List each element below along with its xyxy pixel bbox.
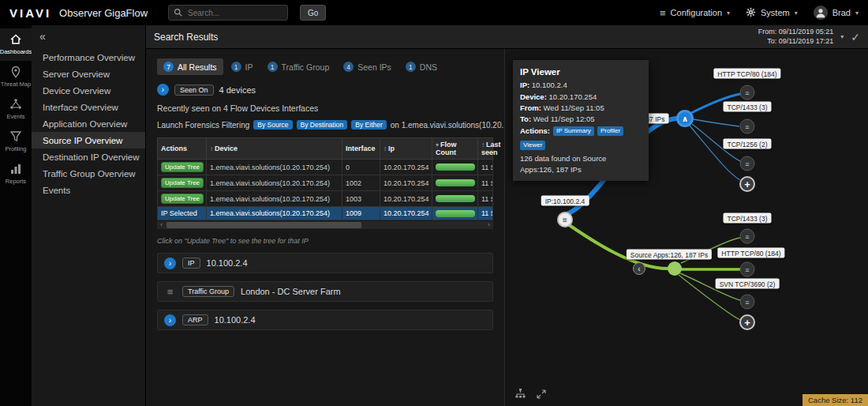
root-node-icon[interactable]: ≡ xyxy=(557,212,573,227)
source-apps-label[interactable]: Source Apps:126, 187 IPs xyxy=(627,250,712,260)
by-source-button[interactable]: By Source xyxy=(253,120,292,130)
actions-label: Actions: xyxy=(520,126,550,137)
ip-viewer-title: IP Viewer xyxy=(520,66,642,79)
tab-traffic-group[interactable]: 1 Traffic Group xyxy=(261,58,336,75)
rail-item-threat-map[interactable]: Threat Map xyxy=(0,61,32,93)
sidebar-item-server-overview[interactable]: Server Overview xyxy=(32,66,145,82)
root-node-label[interactable]: IP:10.100.2.4 xyxy=(541,196,589,206)
rail-item-events[interactable]: Events xyxy=(0,93,32,126)
user-menu[interactable]: Brad ▾ xyxy=(814,6,859,20)
ip-summary-button[interactable]: IP Summary xyxy=(553,126,594,136)
cell-ip: 10.20.170.254 xyxy=(380,160,432,175)
time-range-selector[interactable]: From: 09/11/2019 05:21 To: 09/11/2019 17… xyxy=(758,28,833,46)
col-actions[interactable]: Actions xyxy=(158,138,207,160)
app-node-icon[interactable]: ≡ xyxy=(740,85,755,100)
cell-device: 1.emea.viavi.solutions(10.20.170.254) xyxy=(207,207,342,220)
sidebar-item-application-overview[interactable]: Application Overview xyxy=(32,115,145,132)
sidebar-item-interface-overview[interactable]: Interface Overview xyxy=(32,99,145,115)
sidebar-collapse-button[interactable]: « xyxy=(32,25,145,49)
source-apps-hub-icon[interactable] xyxy=(668,261,682,276)
cell-interface: 1003 xyxy=(342,191,380,207)
app-node-icon[interactable]: ≡ xyxy=(740,229,755,244)
result-item-arp[interactable]: › ARP 10.100.2.4 xyxy=(157,310,493,330)
sidebar-item-traffic-group-overview[interactable]: Traffic Group Overview xyxy=(32,165,145,182)
col-interface[interactable]: Interface xyxy=(342,138,380,160)
col-flow-count[interactable]: ▾Flow Count xyxy=(432,138,478,160)
seen-on-badge: Seen On xyxy=(174,85,214,96)
app-title: Observer GigaFlow xyxy=(59,7,148,19)
table-row[interactable]: Update Tree 1.emea.viavi.solutions(10.20… xyxy=(158,191,493,207)
rail-item-dashboards[interactable]: Dashboards xyxy=(0,28,32,61)
flow-count-bar xyxy=(436,164,475,171)
sidebar-item-destination-ip-overview[interactable]: Destination IP Overview xyxy=(32,148,145,165)
cell-device: 1.emea.viavi.solutions(10.20.170.254) xyxy=(207,191,342,207)
by-either-button[interactable]: By Either xyxy=(351,120,387,130)
source-leaf-label[interactable]: TCP/1433 (3) xyxy=(723,213,771,224)
tab-ip[interactable]: 1 IP xyxy=(225,58,260,75)
by-destination-button[interactable]: By Destination xyxy=(297,120,348,130)
viavi-logo: VIAVI xyxy=(9,6,51,20)
tab-dns[interactable]: 1 DNS xyxy=(399,58,443,75)
flow-count-bar xyxy=(436,179,475,186)
node-glyph: ≡ xyxy=(745,298,749,306)
apply-check-icon[interactable]: ✓ xyxy=(851,31,860,43)
rail-item-profiling[interactable]: Profiling xyxy=(0,126,32,158)
node-glyph: ≡ xyxy=(745,232,749,240)
table-row[interactable]: Update Tree 1.emea.viavi.solutions(10.20… xyxy=(158,175,493,191)
rail-label: Dashboards xyxy=(0,48,32,55)
profiler-button[interactable]: Profiler xyxy=(597,126,623,136)
update-tree-button[interactable]: Update Tree xyxy=(161,162,204,172)
table-row-selected[interactable]: IP Selected 1.emea.viavi.solutions(10.20… xyxy=(158,207,493,220)
table-row[interactable]: Update Tree 1.emea.viavi.solutions(10.20… xyxy=(158,160,493,175)
source-leaf-label[interactable]: SVN TCP/3690 (2) xyxy=(716,279,780,289)
app-node-icon[interactable]: ≡ xyxy=(740,119,755,134)
collapse-branch-icon[interactable]: ‹ xyxy=(633,262,645,275)
dest-leaf-label[interactable]: HTTP TCP/80 (184) xyxy=(713,69,780,79)
scrollbar-thumb[interactable] xyxy=(166,222,361,228)
configuration-menu[interactable]: ≡ Configuration ▾ xyxy=(660,7,730,19)
sidebar-item-source-ip-overview[interactable]: Source IP Overview xyxy=(32,132,145,148)
sort-icon: ↕ xyxy=(383,145,387,152)
dest-apps-hub-icon[interactable]: ∧ xyxy=(676,110,694,127)
expand-more-source-icon[interactable]: + xyxy=(739,314,755,330)
cell-actions: Update Tree xyxy=(158,191,207,207)
sidebar-item-performance-overview[interactable]: Performance Overview xyxy=(32,49,145,66)
system-menu[interactable]: System ▾ xyxy=(746,7,798,19)
traffic-group-badge: Traffic Group xyxy=(182,286,234,297)
tab-all-results[interactable]: 7 All Results xyxy=(157,58,223,75)
col-ip[interactable]: ↕Ip xyxy=(380,138,432,160)
app-node-icon[interactable]: ≡ xyxy=(740,295,755,310)
app-node-icon[interactable]: ≡ xyxy=(740,156,755,171)
search-input[interactable] xyxy=(186,8,279,18)
rail-item-reports[interactable]: Reports xyxy=(0,158,32,190)
home-icon xyxy=(9,33,22,46)
dest-leaf-label[interactable]: TCP/1256 (2) xyxy=(723,139,771,149)
sidebar-item-device-overview[interactable]: Device Overview xyxy=(32,82,145,99)
tab-seen-ips[interactable]: 4 Seen IPs xyxy=(337,58,398,75)
update-tree-button[interactable]: Update Tree xyxy=(161,194,204,204)
expand-view-icon[interactable] xyxy=(536,389,547,400)
dest-leaf-label[interactable]: TCP/1433 (3) xyxy=(723,102,771,112)
tab-count-badge: 7 xyxy=(163,62,174,72)
expand-toggle-icon[interactable]: › xyxy=(164,258,176,269)
expand-more-dest-icon[interactable]: + xyxy=(739,176,755,192)
go-button[interactable]: Go xyxy=(300,5,326,21)
app-node-icon[interactable]: ≡ xyxy=(740,262,755,277)
scroll-left-arrow[interactable]: ‹ xyxy=(157,221,166,229)
horizontal-scrollbar[interactable]: ‹ › xyxy=(157,221,493,229)
caret-down-icon[interactable]: ▾ xyxy=(840,33,844,40)
col-device[interactable]: ↕Device xyxy=(207,138,342,160)
result-item-traffic-group[interactable]: ≡ Traffic Group London - DC Server Farm xyxy=(157,281,493,302)
result-item-ip[interactable]: › IP 10.100.2.4 xyxy=(157,253,493,273)
forensics-label: Launch Forensics Filtering xyxy=(157,121,249,130)
update-tree-button[interactable]: Update Tree xyxy=(161,178,204,188)
tree-layout-icon[interactable] xyxy=(514,389,526,400)
viewer-button[interactable]: Viewer xyxy=(520,141,545,150)
expand-toggle-icon[interactable]: › xyxy=(157,84,169,96)
scroll-right-arrow[interactable]: › xyxy=(485,221,493,229)
source-leaf-label[interactable]: HTTP TCP/80 (184) xyxy=(717,248,784,258)
expand-toggle-icon[interactable]: › xyxy=(164,314,176,326)
col-last-seen[interactable]: ↕Last seen xyxy=(478,138,493,160)
sidebar-item-events[interactable]: Events xyxy=(32,182,145,198)
global-search-box[interactable] xyxy=(168,5,288,21)
